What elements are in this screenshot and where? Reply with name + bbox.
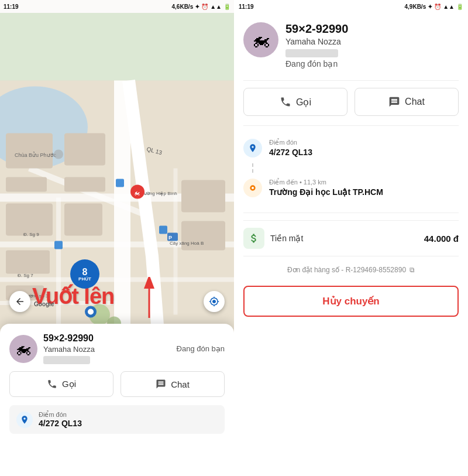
right-phone-icon [280, 96, 291, 108]
pickup-address-text: 4/272 QL13 [269, 148, 312, 157]
route-connector [252, 163, 253, 173]
left-status-icons: 4,6KB/s ✦ ⏰ ▲▲ 🔋 [172, 4, 230, 10]
right-chat-icon [388, 96, 400, 108]
route-pickup-text: Điểm đón 4/272 QL13 [269, 139, 312, 157]
google-logo: Google [34, 301, 54, 307]
svg-text:Đ. Sg 7: Đ. Sg 7 [18, 273, 33, 278]
right-chat-label: Chat [405, 97, 425, 107]
svg-text:Đường Hiệp Bình: Đường Hiệp Bình [140, 191, 177, 196]
route-section: Điểm đón 4/272 QL13 Điểm đến • [243, 133, 459, 203]
back-button[interactable] [9, 291, 30, 312]
left-pickup-address: 4/272 QL13 [39, 419, 82, 428]
location-button[interactable] [204, 291, 225, 312]
alarm-icon: ⏰ [201, 4, 208, 10]
svg-rect-38 [54, 241, 63, 249]
divider-3 [243, 213, 459, 213]
svg-text:Chùa Bửu Phước: Chùa Bửu Phước [15, 152, 57, 158]
left-bottom-sheet: 🏍 59×2-92990 Yamaha Nozza Đang đón bạn G… [0, 324, 234, 476]
svg-point-23 [54, 150, 63, 159]
back-arrow-icon [15, 296, 25, 307]
svg-text:Cây xăng Hoà B: Cây xăng Hoà B [170, 241, 204, 246]
divider-1 [243, 80, 459, 81]
left-chat-label: Chat [171, 379, 190, 389]
left-driver-avatar: 🏍 [9, 335, 37, 363]
avatar-icon: 🏍 [15, 339, 32, 358]
svg-point-43 [252, 187, 254, 189]
svg-rect-36 [116, 179, 124, 187]
route-pickup-item: Điểm đón 4/272 QL13 [243, 133, 459, 163]
route-destination-item: Điểm đến • 11,3 km Trường Đại học Luật T… [243, 173, 459, 203]
right-driver-card: 🏍 59×2-92990 Yamaha Nozza Đang đón bạn [243, 22, 459, 69]
location-icon [209, 296, 219, 307]
left-pickup-info: Điểm đón 4/272 QL13 [9, 405, 225, 434]
right-call-label: Gọi [296, 97, 311, 108]
right-speed: 4,9KB/s [405, 4, 426, 10]
arrow-annotation [140, 277, 158, 324]
right-status-icons: 4,9KB/s ✦ ⏰ ▲▲ 🔋 [405, 4, 463, 10]
svg-text:P: P [168, 235, 172, 241]
svg-rect-15 [64, 204, 102, 236]
route-destination-icon [243, 179, 262, 197]
svg-rect-37 [159, 226, 167, 234]
phone-icon [47, 379, 57, 389]
payment-icon [243, 228, 264, 249]
order-number-text: Đơn đặt hàng số - R-129469-8552890 [287, 266, 406, 274]
right-driver-avatar: 🏍 [243, 22, 278, 57]
right-driver-details: 59×2-92990 Yamaha Nozza Đang đón bạn [285, 22, 459, 69]
pickup-icon [16, 412, 33, 428]
cash-icon [248, 232, 260, 244]
person-location-icon [20, 415, 29, 424]
right-avatar-icon: 🏍 [252, 29, 270, 51]
payment-left: Tiền mặt [243, 228, 303, 249]
signal-icon: ▲▲ [210, 4, 222, 10]
payment-method: Tiền mặt [270, 234, 303, 243]
right-action-btns: Gọi Chat [243, 88, 459, 116]
svg-text:Đ. Sg 9: Đ. Sg 9 [23, 232, 39, 237]
bluetooth-icon: ✦ [195, 4, 199, 10]
left-pickup-label: Điểm đón [39, 411, 82, 419]
payment-amount: 44.000 đ [424, 234, 459, 244]
left-driver-plate: 59×2-92990 [43, 333, 171, 344]
right-driver-rating [285, 49, 338, 57]
left-action-btns: Gọi Chat [9, 371, 225, 397]
svg-rect-18 [181, 180, 225, 213]
destination-icon [248, 183, 257, 193]
svg-rect-10 [6, 133, 53, 169]
divider-2 [243, 125, 459, 126]
right-driver-plate: 59×2-92990 [285, 22, 459, 36]
left-call-button[interactable]: Gọi [9, 371, 113, 397]
right-status-bar: 11:19 4,9KB/s ✦ ⏰ ▲▲ 🔋 [234, 0, 468, 13]
svg-rect-16 [6, 251, 50, 274]
left-driver-rating [43, 356, 90, 364]
right-driver-status: Đang đón bạn [285, 59, 459, 69]
right-battery-icon: 🔋 [456, 4, 463, 10]
svg-rect-11 [6, 177, 47, 192]
left-driver-details: 59×2-92990 Yamaha Nozza [43, 333, 171, 364]
left-status-time-group: 11:19 [4, 4, 19, 10]
order-number-row: Đơn đặt hàng số - R-129469-8552890 ⧉ [243, 266, 459, 274]
right-panel: 11:19 4,9KB/s ✦ ⏰ ▲▲ 🔋 🏍 59×2-92990 Yama… [234, 0, 468, 476]
cancel-button[interactable]: Hủy chuyến [243, 286, 459, 317]
left-call-label: Gọi [62, 379, 76, 389]
left-driver-row: 🏍 59×2-92990 Yamaha Nozza Đang đón bạn [9, 333, 225, 364]
right-chat-button[interactable]: Chat [355, 88, 459, 116]
route-destination-text: Điểm đến • 11,3 km Trường Đại học Luật T… [269, 179, 383, 197]
left-chat-button[interactable]: Chat [121, 371, 225, 397]
right-signal-icon: ▲▲ [443, 4, 455, 10]
left-time: 11:19 [4, 4, 19, 10]
speed-indicator: 4,6KB/s [172, 4, 194, 10]
svg-rect-19 [181, 221, 225, 251]
right-time: 11:19 [239, 4, 254, 10]
left-driver-name: Yamaha Nozza [43, 345, 171, 354]
destination-address-text: Trường Đại học Luật TP.HCM [269, 187, 383, 197]
svg-text:🏍: 🏍 [134, 189, 140, 196]
battery-icon: 🔋 [223, 4, 230, 10]
svg-rect-12 [64, 133, 105, 166]
right-content: 🏍 59×2-92990 Yamaha Nozza Đang đón bạn G… [234, 13, 468, 476]
copy-icon[interactable]: ⧉ [410, 266, 415, 274]
chat-icon [156, 379, 166, 389]
right-call-button[interactable]: Gọi [243, 88, 347, 116]
left-driver-status: Đang đón bạn [177, 344, 225, 353]
right-driver-name: Yamaha Nozza [285, 37, 459, 46]
minutes-badge: 8 PHÚT [70, 259, 99, 289]
